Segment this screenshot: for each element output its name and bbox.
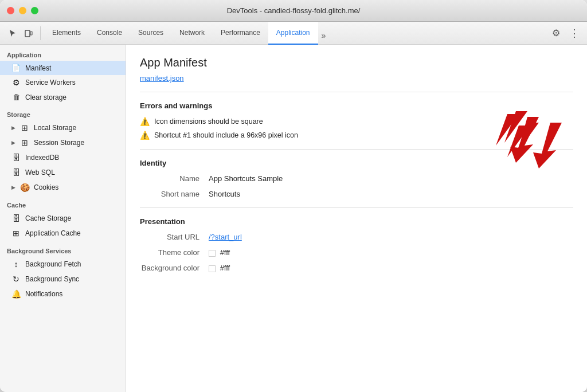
sidebar-section-storage: Storage bbox=[0, 104, 126, 120]
service-workers-icon: ⚙ bbox=[11, 78, 21, 87]
window-title: DevTools - candied-flossy-fold.glitch.me… bbox=[227, 6, 361, 15]
field-background-color: Background color #fff bbox=[140, 264, 573, 272]
field-label-background-color: Background color bbox=[140, 264, 209, 272]
field-value-name: App Shortcuts Sample bbox=[209, 174, 283, 183]
identity-section: Identity Name App Shortcuts Sample Short… bbox=[140, 149, 573, 198]
manifest-icon: 📄 bbox=[11, 64, 21, 72]
sidebar-item-indexeddb[interactable]: 🗄 IndexedDB bbox=[0, 150, 126, 165]
field-name: Name App Shortcuts Sample bbox=[140, 174, 573, 183]
warning-icon-1: ⚠️ bbox=[140, 117, 150, 126]
background-color-swatch[interactable] bbox=[209, 265, 216, 272]
svg-rect-0 bbox=[25, 30, 30, 37]
content-panel: App Manifest manifest.json Errors and wa… bbox=[126, 45, 587, 392]
warning-text-2: Shortcut #1 should include a 96x96 pixel… bbox=[154, 131, 298, 139]
sidebar-item-session-storage[interactable]: ▶ ⊞ Session Storage bbox=[0, 135, 126, 150]
field-theme-color: Theme color #fff bbox=[140, 248, 573, 257]
background-sync-icon: ↻ bbox=[11, 275, 21, 284]
sidebar-item-service-workers[interactable]: ⚙ Service Workers bbox=[0, 75, 126, 90]
identity-section-title: Identity bbox=[140, 159, 573, 167]
close-button[interactable] bbox=[7, 7, 14, 14]
web-sql-icon: 🗄 bbox=[11, 168, 21, 177]
sidebar-item-notifications[interactable]: 🔔 Notifications bbox=[0, 287, 126, 301]
tab-performance[interactable]: Performance bbox=[213, 22, 268, 45]
field-label-start-url: Start URL bbox=[140, 233, 209, 241]
errors-section: Errors and warnings ⚠️ Icon dimensions s… bbox=[140, 92, 573, 140]
sidebar-item-cache-storage[interactable]: 🗄 Cache Storage bbox=[0, 211, 126, 226]
field-short-name: Short name Shortcuts bbox=[140, 190, 573, 198]
expand-arrow-local-storage: ▶ bbox=[11, 125, 15, 131]
tab-console[interactable]: Console bbox=[89, 22, 130, 45]
errors-section-title: Errors and warnings bbox=[140, 101, 573, 110]
field-label-name: Name bbox=[140, 174, 209, 183]
field-value-short-name: Shortcuts bbox=[209, 190, 240, 198]
background-fetch-icon: ↕ bbox=[11, 260, 21, 269]
application-cache-icon: ⊞ bbox=[11, 229, 21, 238]
warning-item-1: ⚠️ Icon dimensions should be square bbox=[140, 117, 573, 126]
field-value-theme-color: #fff bbox=[209, 248, 230, 257]
sidebar-item-local-storage[interactable]: ▶ ⊞ Local Storage bbox=[0, 120, 126, 135]
main-area: Application 📄 Manifest ⚙ Service Workers… bbox=[0, 45, 587, 392]
title-bar: DevTools - candied-flossy-fold.glitch.me… bbox=[0, 0, 587, 22]
presentation-section-title: Presentation bbox=[140, 217, 573, 226]
local-storage-icon: ⊞ bbox=[20, 123, 29, 132]
notifications-icon: 🔔 bbox=[11, 289, 21, 299]
warnings-container: ⚠️ Icon dimensions should be square ⚠️ S… bbox=[140, 117, 573, 140]
devtools-window: DevTools - candied-flossy-fold.glitch.me… bbox=[0, 0, 587, 392]
field-label-short-name: Short name bbox=[140, 190, 209, 198]
expand-arrow-session-storage: ▶ bbox=[11, 140, 15, 146]
maximize-button[interactable] bbox=[31, 7, 38, 14]
sidebar-item-web-sql[interactable]: 🗄 Web SQL bbox=[0, 165, 126, 180]
tab-elements[interactable]: Elements bbox=[44, 22, 89, 45]
field-start-url: Start URL /?start_url bbox=[140, 233, 573, 241]
warning-text-1: Icon dimensions should be square bbox=[154, 117, 263, 126]
sidebar-section-application: Application bbox=[0, 45, 126, 61]
tab-network[interactable]: Network bbox=[171, 22, 213, 45]
field-label-theme-color: Theme color bbox=[140, 248, 209, 257]
more-options-icon[interactable]: ⋮ bbox=[566, 25, 582, 41]
theme-color-swatch[interactable] bbox=[209, 250, 216, 257]
field-value-start-url[interactable]: /?start_url bbox=[209, 233, 242, 241]
cursor-tool-icon[interactable] bbox=[5, 25, 21, 41]
sidebar-item-cookies[interactable]: ▶ 🍪 Cookies bbox=[0, 180, 126, 195]
expand-arrow-cookies: ▶ bbox=[11, 185, 15, 190]
tab-sources[interactable]: Sources bbox=[130, 22, 171, 45]
sidebar-item-background-sync[interactable]: ↻ Background Sync bbox=[0, 272, 126, 287]
warning-item-2: ⚠️ Shortcut #1 should include a 96x96 pi… bbox=[140, 131, 573, 140]
device-toggle-icon[interactable] bbox=[21, 25, 37, 41]
page-title: App Manifest bbox=[140, 56, 573, 69]
sidebar-item-application-cache[interactable]: ⊞ Application Cache bbox=[0, 226, 126, 241]
presentation-section: Presentation Start URL /?start_url Theme… bbox=[140, 207, 573, 272]
tab-overflow-button[interactable]: » bbox=[318, 26, 330, 45]
field-value-background-color: #fff bbox=[209, 264, 230, 272]
sidebar-item-clear-storage[interactable]: 🗑 Clear storage bbox=[0, 90, 126, 104]
settings-icon[interactable]: ⚙ bbox=[548, 25, 564, 41]
cookies-icon: 🍪 bbox=[20, 183, 29, 192]
sidebar-section-cache: Cache bbox=[0, 195, 126, 211]
indexeddb-icon: 🗄 bbox=[11, 153, 21, 162]
tab-application[interactable]: Application bbox=[268, 22, 318, 45]
sidebar-item-manifest[interactable]: 📄 Manifest bbox=[0, 61, 126, 75]
sidebar: Application 📄 Manifest ⚙ Service Workers… bbox=[0, 45, 126, 392]
sidebar-section-background-services: Background Services bbox=[0, 241, 126, 257]
svg-rect-1 bbox=[30, 32, 32, 35]
cache-storage-icon: 🗄 bbox=[11, 214, 21, 223]
session-storage-icon: ⊞ bbox=[20, 138, 29, 147]
window-controls bbox=[7, 7, 38, 14]
manifest-link[interactable]: manifest.json bbox=[140, 74, 184, 83]
minimize-button[interactable] bbox=[19, 7, 26, 14]
clear-storage-icon: 🗑 bbox=[11, 93, 21, 101]
warning-icon-2: ⚠️ bbox=[140, 131, 150, 140]
sidebar-item-background-fetch[interactable]: ↕ Background Fetch bbox=[0, 257, 126, 272]
